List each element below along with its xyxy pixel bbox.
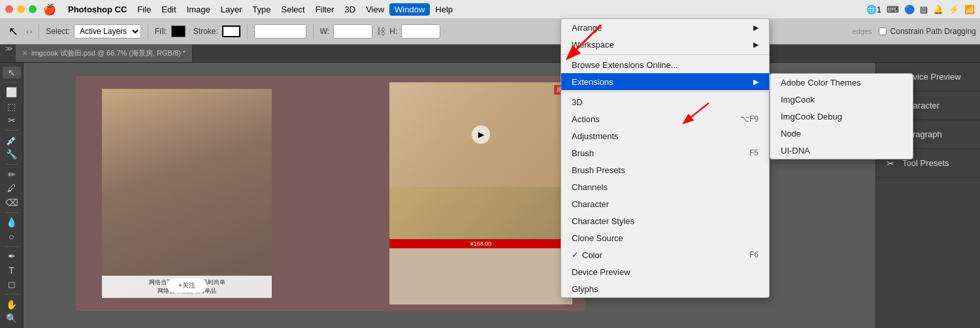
wifi-icon: 📶 <box>964 5 975 14</box>
menu-separator-2 <box>561 91 769 92</box>
tabbar: ≫ ✕ imgcook 试验田.psd @ 66.7% (海景房, RGB/8)… <box>0 44 980 63</box>
chain-icon[interactable]: ⛓ <box>376 26 385 37</box>
node-label: Node <box>781 129 801 139</box>
notification-icon: 🔔 <box>933 5 943 14</box>
tab-label: imgcook 试验田.psd @ 66.7% (海景房, RGB/8) * <box>31 48 186 58</box>
apple-icon[interactable]: 🍎 <box>43 3 56 16</box>
menu-item-device-preview[interactable]: Device Preview <box>561 263 769 280</box>
menubar-item-layer[interactable]: Layer <box>216 3 248 16</box>
tools-divider-5 <box>5 246 18 247</box>
select-dropdown[interactable]: Active Layers <box>74 24 141 39</box>
zoom-tool[interactable]: 🔍 <box>3 312 21 324</box>
heal-tool[interactable]: 🔧 <box>3 148 21 160</box>
menubar-item-image[interactable]: Image <box>182 3 216 16</box>
chevron-right-icon[interactable]: › <box>30 27 33 35</box>
move-tool[interactable]: ↖ <box>3 67 21 78</box>
menu-item-channels[interactable]: Channels <box>561 178 769 195</box>
menubar-item-select[interactable]: Select <box>276 3 310 16</box>
arrange-submenu-arrow: ▶ <box>753 24 759 32</box>
price-label: ¥168.00 <box>389 239 572 248</box>
tab-imgcook[interactable]: ✕ imgcook 试验田.psd @ 66.7% (海景房, RGB/8) * <box>16 44 193 62</box>
stroke-label: Stroke: <box>193 27 218 36</box>
brush-presets-label: Brush Presets <box>572 165 625 175</box>
clone-tool[interactable]: 🖊 <box>3 182 21 194</box>
constrain-checkbox[interactable] <box>879 27 887 35</box>
menu-item-brush-presets[interactable]: Brush Presets <box>561 161 769 178</box>
hand-tool[interactable]: ✋ <box>3 299 21 310</box>
menubar-item-file[interactable]: File <box>132 3 156 16</box>
globe-icon: 🌐1 <box>866 5 881 14</box>
badges-label: edges <box>853 27 872 35</box>
tool-presets-label: Tool Presets <box>902 158 949 168</box>
follow-button[interactable]: +关注 <box>167 278 206 293</box>
h-label: H: <box>389 27 397 36</box>
menu-item-arrange[interactable]: Arrange ▶ <box>561 19 769 36</box>
character-styles-label: Character Styles <box>572 216 634 226</box>
menu-icon: ▤ <box>920 5 928 14</box>
crop-tool[interactable]: ✂ <box>3 115 21 127</box>
menu-item-workspace[interactable]: Workspace ▶ <box>561 36 769 53</box>
maximize-button[interactable] <box>29 5 37 13</box>
menu-item-3d[interactable]: 3D <box>561 93 769 110</box>
stroke-size-input[interactable] <box>254 24 306 39</box>
tools-panel: ↖ ⬜ ⬚ ✂ 💉 🔧 ✏ 🖊 ⌫ 💧 ○ ✒ T ◻ ✋ 🔍 <box>0 63 24 328</box>
blur-tool[interactable]: 💧 <box>3 216 21 228</box>
submenu-item-imgcook-debug[interactable]: ImgCook Debug <box>770 108 913 125</box>
submenu-item-node[interactable]: Node <box>770 125 913 142</box>
menu-item-brush[interactable]: Brush F5 <box>561 144 769 161</box>
shape-tool[interactable]: ◻ <box>3 278 21 290</box>
toolbar: ↖ ‹ › Select: Active Layers Fill: Stroke… <box>0 18 980 44</box>
menubar-item-type[interactable]: Type <box>247 3 276 16</box>
eraser-tool[interactable]: ⌫ <box>3 197 21 208</box>
close-button[interactable] <box>5 5 13 13</box>
eyedropper-tool[interactable]: 💉 <box>3 135 21 146</box>
tab-close-icon[interactable]: ✕ <box>22 50 27 57</box>
fill-label: Fill: <box>155 27 167 36</box>
extensions-submenu-arrow: ▶ <box>753 78 759 86</box>
brush-shortcut: F5 <box>749 148 759 157</box>
constrain-label: Constrain Path Dragging <box>890 27 976 36</box>
rectangle-tool[interactable]: ⬜ <box>3 86 21 98</box>
menu-item-color[interactable]: ✓ Color F6 <box>561 246 769 263</box>
menu-item-actions[interactable]: Actions ⌥F9 <box>561 110 769 127</box>
menu-item-glyphs[interactable]: Glyphs <box>561 280 769 297</box>
menubar-item-edit[interactable]: Edit <box>156 3 181 16</box>
menubar-item-view[interactable]: View <box>361 3 389 16</box>
menu-item-character[interactable]: Character <box>561 195 769 212</box>
lasso-tool[interactable]: ⬚ <box>3 101 21 112</box>
height-input[interactable] <box>401 24 440 39</box>
toolbar-divider-4 <box>313 24 314 39</box>
minimize-button[interactable] <box>17 5 25 13</box>
room-image-top: ▶ <box>389 82 572 187</box>
character-menu-label: Character <box>572 199 609 209</box>
room-main: ▶ 原创 <box>389 82 572 187</box>
menu-item-adjustments[interactable]: Adjustments <box>561 127 769 144</box>
submenu-item-ui-dna[interactable]: UI-DNA <box>770 142 913 159</box>
menubar-item-help[interactable]: Help <box>430 3 458 16</box>
submenu-item-adobe-color[interactable]: Adobe Color Themes <box>770 74 913 91</box>
select-tool[interactable]: ↖ <box>4 22 22 41</box>
app-name[interactable]: Photoshop CC <box>63 3 132 16</box>
chevron-left-icon[interactable]: ‹ <box>26 27 29 35</box>
submenu-item-imgcook[interactable]: ImgCook <box>770 91 913 108</box>
browse-extensions-label: Browse Extensions Online... <box>572 60 678 70</box>
tools-divider-4 <box>5 212 18 213</box>
actions-label: Actions <box>572 114 600 124</box>
menubar-item-filter[interactable]: Filter <box>310 3 340 16</box>
brush-tool[interactable]: ✏ <box>3 169 21 180</box>
menu-item-clone-source[interactable]: Clone Source <box>561 229 769 246</box>
dodge-tool[interactable]: ○ <box>3 231 21 242</box>
width-input[interactable] <box>333 24 372 39</box>
tab-scroll-left[interactable]: ≫ <box>5 44 13 62</box>
menubar-item-3d[interactable]: 3D <box>340 3 361 16</box>
stroke-swatch[interactable] <box>222 25 240 37</box>
fill-swatch[interactable] <box>171 25 186 37</box>
text-tool[interactable]: T <box>3 265 21 276</box>
menu-item-character-styles[interactable]: Character Styles <box>561 212 769 229</box>
pen-tool[interactable]: ✒ <box>3 250 21 262</box>
menu-item-browse-extensions[interactable]: Browse Extensions Online... <box>561 56 769 73</box>
play-button[interactable]: ▶ <box>472 125 490 144</box>
extensions-submenu: Adobe Color Themes ImgCook ImgCook Debug… <box>770 73 913 159</box>
menu-item-extensions[interactable]: Extensions ▶ Adobe Color Themes ImgCook … <box>561 73 769 90</box>
menubar-item-window[interactable]: Window <box>389 3 430 16</box>
